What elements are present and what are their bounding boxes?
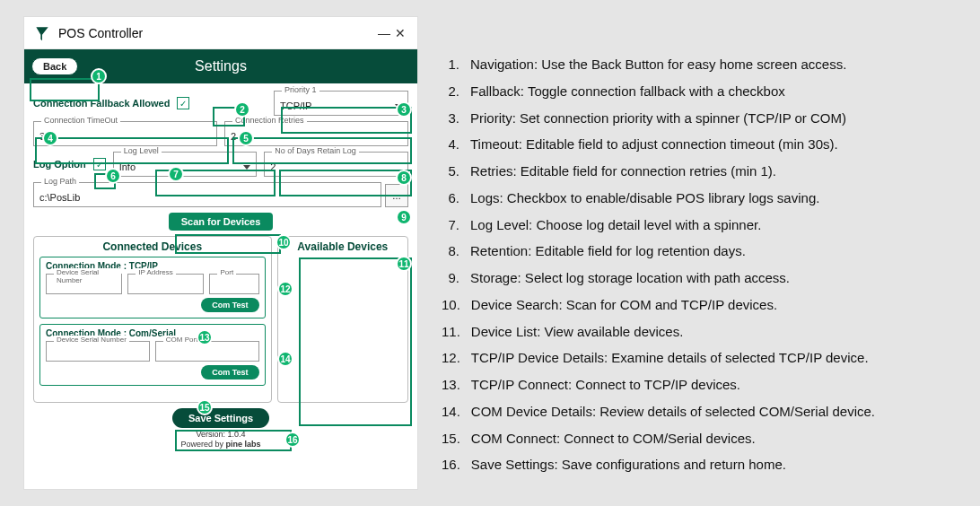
note-item: 6.Logs: Checkbox to enable/disable POS l… [442, 190, 962, 207]
com-serial-field[interactable]: Device Serial Number [46, 341, 150, 362]
note-item: 1.Navigation: Use the Back Button for ea… [442, 57, 962, 74]
logpath-legend: Log Path [41, 177, 79, 186]
tcp-comtest-button[interactable]: Com Test [201, 298, 258, 312]
retain-value: 2 [270, 161, 402, 172]
badge-6: 6 [105, 168, 121, 184]
footer: Version: 1.0.4 Powered by pine labs [33, 430, 408, 450]
titlebar: POS Controller — ✕ [24, 17, 417, 49]
available-title: Available Devices [284, 240, 402, 253]
note-item: 12.TCP/IP Device Details: Examine detail… [442, 350, 962, 367]
connected-title: Connected Devices [39, 240, 266, 253]
badge-13: 13 [197, 329, 213, 345]
available-devices-panel: Available Devices [277, 236, 408, 403]
version-label: Version: 1.0.4 [33, 430, 408, 440]
fallback-label: Connection Fallback Allowed [33, 98, 170, 109]
badge-7: 7 [168, 166, 184, 182]
retries-value: 2 [231, 131, 402, 142]
timeout-legend: Connection TimeOut [41, 116, 120, 125]
powered-label: Powered by [180, 440, 223, 449]
badge-9: 9 [396, 209, 412, 225]
note-item: 11.Device List: View available devices. [442, 324, 962, 341]
close-button[interactable]: ✕ [392, 26, 408, 40]
scan-devices-button[interactable]: Scan for Devices [169, 213, 274, 231]
note-item: 5.Retries: Editable field for connection… [442, 163, 962, 180]
badge-12: 12 [277, 281, 293, 297]
app-logo-icon [33, 24, 51, 42]
note-item: 9.Storage: Select log storage location w… [442, 270, 962, 287]
badge-5: 5 [238, 130, 254, 146]
timeout-field[interactable]: Connection TimeOut 30 [33, 121, 217, 146]
priority-value: TCP/IP [280, 100, 395, 111]
page-title: Settings [195, 58, 247, 74]
priority-select[interactable]: Priority 1 TCP/IP [274, 91, 408, 116]
logopt-label: Log Option [33, 159, 86, 170]
note-item: 2.Fallback: Toggle connection fallback w… [442, 83, 962, 100]
explanation-list: 1.Navigation: Use the Back Button for ea… [442, 16, 962, 490]
loglevel-legend: Log Level [121, 146, 162, 155]
connected-devices-panel: Connected Devices Connection Mode : TCP/… [33, 236, 272, 403]
note-item: 15.COM Connect: Connect to COM/Serial de… [442, 431, 962, 448]
timeout-value: 30 [39, 131, 211, 142]
window-title: POS Controller [58, 26, 376, 40]
loglevel-select[interactable]: Log Level Info [113, 152, 258, 177]
note-item: 7.Log Level: Choose log detail level wit… [442, 217, 962, 234]
back-button[interactable]: Back [31, 57, 78, 75]
note-item: 16.Save Settings: Save configurations an… [442, 457, 962, 474]
note-item: 4.Timeout: Editable field to adjust conn… [442, 136, 962, 153]
tcp-ip-field[interactable]: IP Address [127, 274, 204, 294]
logpath-field[interactable]: Log Path c:\PosLib [33, 182, 381, 207]
notes-list: 1.Navigation: Use the Back Button for ea… [442, 57, 962, 474]
badge-11: 11 [396, 256, 412, 272]
note-item: 14.COM Device Details: Review details of… [442, 404, 962, 421]
note-item: 13.TCP/IP Connect: Connect to TCP/IP dev… [442, 377, 962, 394]
tcp-serial-field[interactable]: Device Serial Number [46, 274, 122, 294]
badge-4: 4 [42, 130, 58, 146]
browse-button[interactable]: … [385, 184, 408, 207]
save-settings-button[interactable]: Save Settings [172, 408, 269, 428]
logpath-value: c:\PosLib [39, 192, 375, 203]
chevron-down-icon [243, 165, 250, 170]
vendor-label: pine labs [226, 440, 261, 449]
header-bar: Back Settings [24, 49, 417, 83]
app-window: 1 2 3 4 5 6 7 8 9 10 11 12 13 14 15 16 P… [23, 16, 418, 490]
note-item: 8.Retention: Editable field for log rete… [442, 243, 962, 260]
device-card-comserial: Connection Mode : Com/Serial Device Seri… [39, 324, 266, 386]
badge-10: 10 [276, 234, 292, 250]
com-comtest-button[interactable]: Com Test [201, 365, 258, 380]
badge-3: 3 [396, 101, 412, 118]
note-item: 10.Device Search: Scan for COM and TCP/I… [442, 297, 962, 314]
device-card-tcpip: Connection Mode : TCP/IP Device Serial N… [39, 257, 266, 318]
badge-8: 8 [396, 170, 412, 186]
logopt-checkbox[interactable]: ✓ [93, 158, 106, 170]
badge-14: 14 [277, 351, 293, 367]
fallback-checkbox[interactable]: ✓ [177, 97, 189, 109]
badge-15: 15 [197, 399, 213, 415]
note-item: 3.Priority: Set connection priority with… [442, 110, 962, 127]
tcp-port-field[interactable]: Port [209, 274, 258, 294]
badge-1: 1 [91, 68, 107, 84]
minimize-button[interactable]: — [376, 26, 392, 40]
badge-2: 2 [234, 101, 250, 118]
retain-field[interactable]: No of Days Retain Log 2 [264, 152, 408, 177]
priority-legend: Priority 1 [282, 85, 319, 94]
badge-16: 16 [284, 432, 301, 448]
retain-legend: No of Days Retain Log [272, 146, 359, 155]
